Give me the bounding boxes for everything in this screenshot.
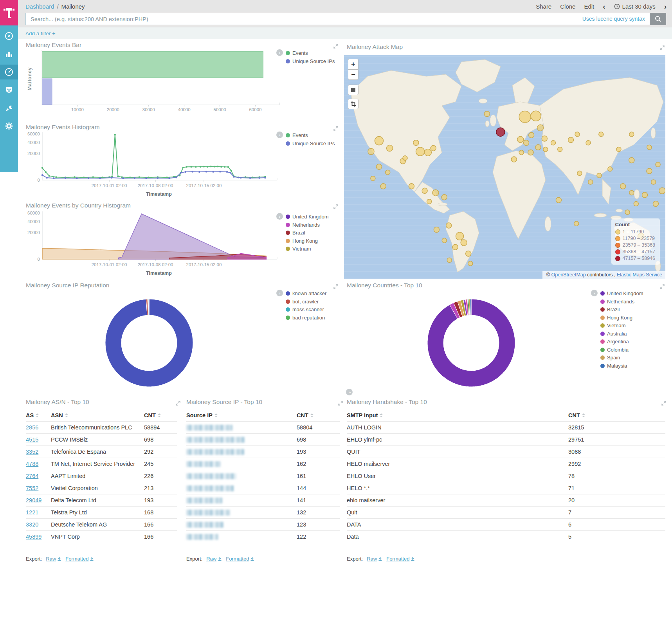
expand-country-histogram-icon[interactable]: [333, 204, 338, 208]
events-bar-chart[interactable]: 100002000030000400005000060000Mailoney: [26, 49, 315, 121]
sourceip-table-col-source-ip[interactable]: Source IP: [186, 412, 297, 418]
country-legend-item[interactable]: Netherlands: [286, 222, 329, 228]
expand-sourceip-table-icon[interactable]: [338, 400, 343, 405]
asn-table-col-asn[interactable]: ASN: [51, 412, 144, 418]
sort-icon[interactable]: [310, 413, 313, 417]
table-row[interactable]: 161: [186, 470, 340, 482]
countries-legend-item[interactable]: United Kingdom: [600, 290, 643, 296]
reputation-legend-item[interactable]: mass scanner: [286, 307, 326, 312]
table-row[interactable]: 58804: [186, 421, 340, 433]
countries-donut-chart[interactable]: [422, 294, 520, 393]
events-bar-legend-item[interactable]: Unique Source IPs: [286, 58, 335, 64]
table-row[interactable]: ehlo mailserver20: [347, 494, 665, 506]
events-bar-legend-item[interactable]: Events: [286, 50, 335, 56]
draw-filter-button[interactable]: [348, 99, 359, 109]
sidebar-item-management[interactable]: [0, 119, 18, 133]
table-row[interactable]: DATA6: [347, 518, 665, 530]
zoom-in-button[interactable]: +: [348, 59, 359, 69]
time-forward-button[interactable]: ›: [664, 3, 667, 10]
expand-countries-icon[interactable]: [660, 283, 665, 288]
events-histogram-legend-item[interactable]: Events: [286, 132, 335, 138]
export-raw-link[interactable]: Raw: [206, 556, 222, 562]
table-row[interactable]: 2764AAPT Limited226: [26, 470, 177, 482]
elastic-maps-link[interactable]: Elastic Maps Service: [617, 272, 662, 278]
clone-button[interactable]: Clone: [560, 3, 575, 10]
country-legend-item[interactable]: United Kingdom: [286, 214, 329, 220]
countries-legend-item[interactable]: Argentina: [600, 339, 643, 344]
app-logo[interactable]: [0, 0, 18, 25]
table-row[interactable]: Quit7: [347, 506, 665, 518]
country-histogram-chart[interactable]: 60000400002000002017-10-01 02:002017-10-…: [26, 210, 315, 279]
attack-map[interactable]: + − Count 1 – 1179011790 – 2357923579 – …: [344, 55, 665, 279]
edit-button[interactable]: Edit: [584, 3, 594, 10]
table-row[interactable]: 3320Deutsche Telekom AG166: [26, 518, 177, 530]
table-row[interactable]: 698: [186, 433, 340, 445]
as-number-link[interactable]: 4515: [26, 436, 38, 443]
handshake-table-col-cnt[interactable]: CNT: [568, 412, 665, 418]
as-number-link[interactable]: 3352: [26, 449, 38, 455]
asn-table-col-cnt[interactable]: CNT: [144, 412, 177, 418]
table-row[interactable]: 144: [186, 482, 340, 494]
table-row[interactable]: 122: [186, 530, 340, 543]
as-number-link[interactable]: 29049: [26, 497, 41, 503]
add-filter-button[interactable]: Add a filter +: [25, 30, 56, 36]
zoom-out-button[interactable]: −: [348, 69, 359, 80]
time-back-button[interactable]: ‹: [603, 3, 605, 10]
collapse-panel-button[interactable]: ›: [346, 389, 353, 395]
table-row[interactable]: 1221Telstra Pty Ltd168: [26, 506, 177, 518]
country-legend-item[interactable]: Hong Kong: [286, 238, 329, 244]
legend-toggle-icon[interactable]: ›: [276, 290, 283, 296]
sidebar-item-timelion[interactable]: [0, 83, 18, 97]
country-legend-item[interactable]: Brazil: [286, 230, 329, 236]
as-number-link[interactable]: 45899: [26, 534, 41, 540]
events-histogram-chart[interactable]: 60000400002000002017-10-01 02:002017-10-…: [26, 131, 315, 200]
table-row[interactable]: 2856British Telecommunications PLC58894: [26, 421, 177, 433]
expand-events-histogram-icon[interactable]: [333, 125, 338, 130]
table-row[interactable]: 132: [186, 506, 340, 518]
table-row[interactable]: 4788TM Net, Internet Service Provider245: [26, 458, 177, 470]
expand-handshake-table-icon[interactable]: [661, 400, 666, 405]
table-row[interactable]: 3352Telefonica De Espana292: [26, 445, 177, 458]
countries-legend-item[interactable]: Netherlands: [600, 299, 643, 305]
search-input[interactable]: [26, 16, 650, 22]
table-row[interactable]: EHLO ylmf-pc29751: [347, 433, 665, 445]
countries-legend-item[interactable]: Australia: [600, 331, 643, 337]
as-number-link[interactable]: 2764: [26, 473, 38, 479]
table-row[interactable]: HELO mailserver2992: [347, 458, 665, 470]
export-formatted-link[interactable]: Formatted: [226, 556, 254, 562]
asn-table-col-as[interactable]: AS: [26, 412, 51, 418]
sort-icon[interactable]: [158, 413, 161, 417]
share-button[interactable]: Share: [536, 3, 551, 10]
countries-legend-item[interactable]: Spain: [600, 355, 643, 361]
legend-toggle-icon[interactable]: ›: [276, 132, 283, 138]
table-row[interactable]: 141: [186, 494, 340, 506]
sort-icon[interactable]: [36, 413, 39, 417]
countries-legend-item[interactable]: Vietnam: [600, 323, 643, 328]
table-row[interactable]: 193: [186, 445, 340, 458]
table-row[interactable]: 29049Delta Telecom Ltd193: [26, 494, 177, 506]
export-raw-link[interactable]: Raw: [367, 556, 382, 562]
export-raw-link[interactable]: Raw: [46, 556, 61, 562]
table-row[interactable]: 162: [186, 458, 340, 470]
search-button[interactable]: [650, 13, 666, 25]
export-formatted-link[interactable]: Formatted: [386, 556, 415, 562]
reputation-legend-item[interactable]: bad reputation: [286, 315, 326, 321]
expand-reputation-icon[interactable]: [333, 283, 338, 288]
reputation-legend-item[interactable]: known attacker: [286, 290, 326, 296]
as-number-link[interactable]: 7552: [26, 485, 38, 491]
table-row[interactable]: AUTH LOGIN32815: [347, 421, 665, 433]
export-formatted-link[interactable]: Formatted: [65, 556, 94, 562]
sort-icon[interactable]: [380, 413, 383, 417]
events-histogram-legend-item[interactable]: Unique Source IPs: [286, 141, 335, 146]
table-row[interactable]: HELO *.*71: [347, 482, 665, 494]
table-row[interactable]: 4515PCCW IMSBiz698: [26, 433, 177, 445]
reputation-donut-chart[interactable]: [100, 294, 198, 393]
openstreetmap-link[interactable]: OpenStreetMap: [551, 272, 586, 278]
fit-bounds-button[interactable]: [348, 85, 359, 95]
expand-asn-table-icon[interactable]: [176, 400, 180, 405]
countries-legend-item[interactable]: Brazil: [600, 307, 643, 312]
as-number-link[interactable]: 2856: [26, 424, 38, 431]
sort-icon[interactable]: [582, 413, 585, 417]
as-number-link[interactable]: 3320: [26, 521, 38, 528]
sidebar-item-visualize[interactable]: [0, 47, 18, 61]
